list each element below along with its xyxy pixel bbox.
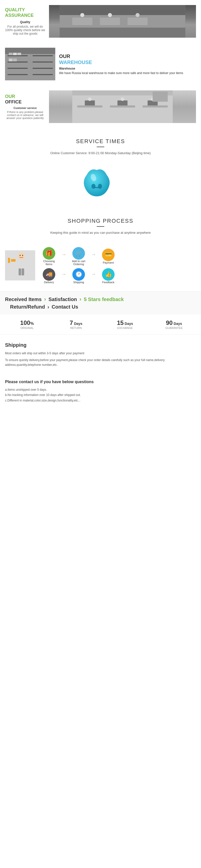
svg-rect-23: [9, 59, 12, 62]
shipping-para2: To ensure quickly delivery,before your p…: [5, 358, 196, 367]
quality-section: QUALITY ASSURANCE Quality For all produc…: [0, 0, 201, 43]
svg-rect-14: [7, 68, 28, 69]
warehouse-our: OUR: [59, 54, 70, 59]
office-section: OUR OFFICE Customer service If there is …: [0, 85, 201, 128]
stat-exchange-number: 15 Days: [103, 319, 147, 327]
svg-rect-6: [127, 18, 148, 25]
payment-icon: 💳: [102, 249, 115, 261]
quality-photo: [49, 5, 196, 38]
svg-rect-27: [77, 105, 103, 107]
office-heading: OUR OFFICE: [5, 94, 45, 105]
contact-questions-list: a.Items unshipped over 5 days. b.No trac…: [5, 387, 196, 403]
office-description: If there is any problem,please contact u…: [6, 111, 44, 120]
warehouse-label: Warehouse: [59, 67, 196, 70]
quality-label: Quality: [5, 20, 45, 24]
choosing-items-icon: 🎁: [43, 247, 55, 259]
warehouse-section: OUR WAREHOUSE Warehouse We have Russia l…: [0, 43, 201, 85]
step-shipping: 🕐 Shipping: [67, 268, 90, 284]
quality-heading: QUALITY ASSURANCE: [5, 7, 45, 18]
brand-logo: [83, 167, 118, 200]
feedback-label: Feedback: [102, 281, 114, 284]
arrow-4: →: [91, 271, 96, 281]
svg-rect-46: [19, 269, 21, 275]
svg-point-39: [98, 184, 102, 189]
svg-rect-15: [7, 74, 28, 75]
stat-original-label: Original: [5, 327, 49, 330]
shopping-process-section: SHOPPING PROCESS Keeping this guide in m…: [0, 208, 201, 247]
return-refund-text: Return/Refund: [10, 304, 45, 310]
stat-guarantee-label: Guarantee: [152, 327, 196, 330]
payment-label: Payment: [103, 261, 114, 264]
svg-rect-36: [153, 92, 168, 102]
svg-rect-3: [60, 28, 185, 38]
arrow-2: →: [91, 252, 96, 261]
stat-guarantee-number: 90 Days: [152, 319, 196, 327]
contact-us-text: Contact Us: [52, 304, 78, 310]
svg-rect-24: [13, 59, 17, 62]
svg-rect-43: [15, 260, 19, 262]
stat-original-number: 100%: [5, 319, 49, 327]
shipping-heading: Shipping: [5, 342, 196, 348]
svg-rect-1: [60, 5, 185, 15]
stat-return-number: 7 Days: [54, 319, 98, 327]
add-to-cart-label: Add to cartOrdering: [72, 259, 85, 266]
svg-rect-4: [73, 18, 92, 25]
step-add-to-cart: 🛒 Add to cartOrdering: [67, 247, 90, 266]
svg-rect-21: [13, 53, 17, 55]
quality-assurance-text: ASSURANCE: [5, 13, 34, 18]
steps-wrapper: 🎁 ChoosingItems → 🛒 Add to cartOrdering …: [38, 247, 196, 284]
svg-point-9: [136, 13, 140, 17]
office-word: OFFICE: [5, 99, 22, 104]
svg-rect-5: [100, 18, 120, 25]
svg-rect-20: [9, 53, 12, 55]
shopping-process-divider: [97, 226, 104, 227]
office-our: OUR: [5, 94, 15, 99]
arrow-received-1: ›: [44, 296, 46, 303]
shipping-para1: Most orders will ship out within 3-5 day…: [5, 351, 196, 356]
service-times-section: SERVICE TIMES Online Customer Service: 9…: [0, 128, 201, 160]
logo-area: [0, 160, 201, 208]
svg-rect-44: [11, 259, 16, 261]
stat-original: 100% Original: [5, 319, 49, 330]
svg-rect-22: [17, 53, 21, 55]
stats-row: 100% Original 7 Days Return 15 Days Exch…: [0, 314, 201, 335]
svg-rect-28: [110, 105, 135, 107]
received-top-row: Received Items › Satisfaction › 5 Stars …: [5, 296, 196, 303]
service-times-heading: SERVICE TIMES: [5, 138, 196, 145]
delivery-label: Delivery: [44, 281, 54, 284]
received-banner: Received Items › Satisfaction › 5 Stars …: [0, 291, 201, 314]
step-feedback: 👍 Feedback: [97, 268, 120, 284]
arrow-1: →: [61, 252, 66, 261]
svg-point-7: [80, 13, 84, 17]
shopping-process-description: Keeping this guide in mind as you can pu…: [5, 231, 196, 235]
step-payment: 💳 Payment: [97, 249, 120, 264]
svg-point-34: [121, 97, 124, 101]
step-choosing-items: 🎁 ChoosingItems: [38, 247, 60, 266]
service-times-description: Online Customer Service: 9:00-21:00 Mond…: [5, 151, 196, 155]
svg-rect-29: [143, 105, 168, 107]
steps-row-2: 🚚 Delivery → 🕐 Shipping → 👍 Feedback: [38, 268, 196, 284]
contact-questions-section: Please contact us if you have below ques…: [0, 377, 201, 408]
svg-point-41: [18, 253, 25, 259]
office-text: OUR OFFICE Customer service If there is …: [5, 94, 45, 119]
svg-rect-18: [33, 68, 53, 69]
received-bottom-row: Return/Refund › Contact Us: [10, 304, 196, 310]
arrow-received-3: ›: [48, 304, 49, 310]
warehouse-description: We have Russia local warehouse to make s…: [59, 71, 183, 75]
contact-item-2: b.No tracking information over 10 days a…: [5, 393, 81, 397]
choosing-items-label: ChoosingItems: [43, 259, 55, 266]
stat-exchange: 15 Days Exchange: [103, 319, 147, 330]
process-area: 🎁 ChoosingItems → 🛒 Add to cartOrdering …: [0, 247, 201, 291]
svg-point-49: [22, 255, 23, 256]
svg-rect-19: [33, 74, 53, 75]
svg-point-33: [88, 97, 92, 101]
warehouse-sub: Warehouse We have Russia local warehouse…: [59, 67, 196, 75]
delivery-icon: 🚚: [43, 268, 55, 281]
contact-item-1: a.Items unshipped over 5 days.: [5, 388, 47, 392]
svg-marker-45: [8, 258, 10, 263]
svg-rect-13: [7, 62, 28, 63]
contact-item-3: c.Different in material,color,size,desig…: [5, 399, 80, 402]
stat-guarantee: 90 Days Guarantee: [152, 319, 196, 330]
svg-rect-42: [18, 259, 25, 269]
office-photo: [49, 90, 196, 123]
